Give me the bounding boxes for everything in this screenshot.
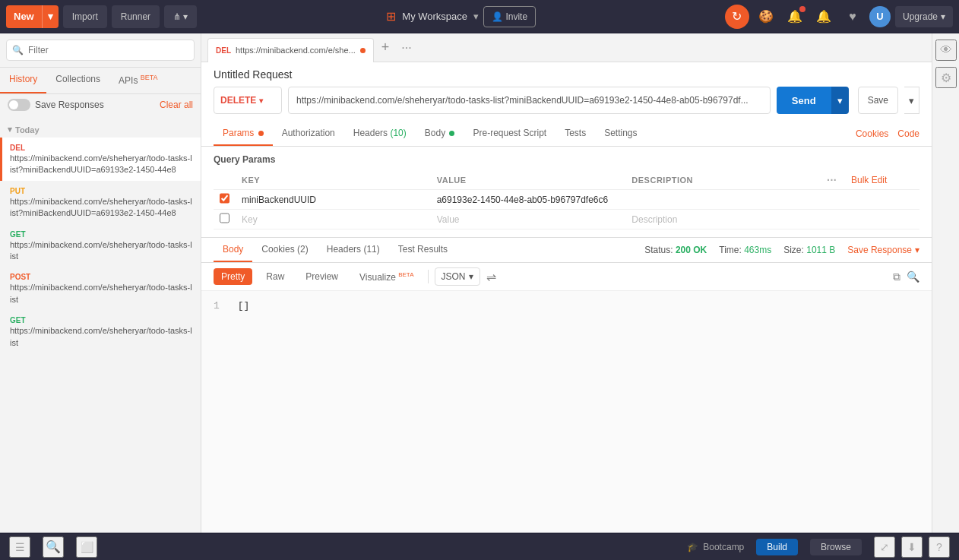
list-item[interactable]: GET https://minibackend.com/e/sheheryar/… <box>0 310 201 353</box>
tab-tests[interactable]: Tests <box>555 122 595 146</box>
query-params-section: Query Params KEY VALUE DESCRIPTION ··· B… <box>201 147 932 237</box>
empty-value-input[interactable] <box>437 214 620 225</box>
format-label: JSON <box>442 271 466 282</box>
tab-apis[interactable]: APIs BETA <box>109 68 167 93</box>
desc-input[interactable] <box>631 195 815 205</box>
sidebar-toggle-button[interactable]: ☰ <box>9 536 30 558</box>
bootcamp-button[interactable]: 🎓 Bootcamp <box>687 542 744 552</box>
workspace-area: ⊞ My Workspace ▾ <box>386 9 479 24</box>
tab-authorization[interactable]: Authorization <box>273 122 344 146</box>
expand-button[interactable]: ⤢ <box>874 536 895 558</box>
history-url: https://minibackend.com/e/sheheryar/todo… <box>10 325 193 349</box>
response-content: [] <box>238 300 250 312</box>
fork-button[interactable]: ⋔ ▾ <box>164 5 197 28</box>
save-button[interactable]: Save <box>858 87 898 114</box>
tab-headers[interactable]: Headers (10) <box>344 122 416 146</box>
upgrade-button[interactable]: Upgrade ▾ <box>895 6 953 27</box>
key-input[interactable] <box>242 195 425 205</box>
build-button[interactable]: Build <box>756 539 798 555</box>
format-select[interactable]: JSON ▾ <box>435 267 480 286</box>
method-select[interactable]: DELETE ▾ <box>214 87 282 114</box>
tab-collections[interactable]: Collections <box>46 68 109 93</box>
sidebar: 🔍 History Collections APIs BETA Save Res… <box>0 33 201 533</box>
new-button-label[interactable]: New <box>6 5 43 28</box>
clear-all-button[interactable]: Clear all <box>160 100 193 110</box>
runner-button[interactable]: Runner <box>112 5 160 28</box>
empty-desc-input[interactable] <box>631 214 815 225</box>
workspace-label[interactable]: My Workspace <box>402 11 467 22</box>
main-layout: 🔍 History Collections APIs BETA Save Res… <box>0 33 959 533</box>
modified-dot <box>360 48 366 53</box>
save-toggle-switch[interactable] <box>8 99 30 111</box>
save-response-button[interactable]: Save Response ▾ <box>847 245 919 255</box>
save-response-arrow: ▾ <box>915 245 919 255</box>
response-viewer-toolbar: Pretty Raw Preview Visualize BETA JSON ▾… <box>201 263 932 291</box>
list-item[interactable]: PUT https://minibackend.com/e/sheheryar/… <box>0 181 201 224</box>
resp-tab-headers[interactable]: Headers (11) <box>318 238 389 262</box>
sync-button[interactable]: ↻ <box>725 5 749 29</box>
new-button-arrow[interactable]: ▾ <box>43 5 59 28</box>
request-tab-active[interactable]: DEL https://minibackend.com/e/she... <box>207 38 374 62</box>
download-button[interactable]: ⬇ <box>901 536 923 558</box>
cookie-button[interactable]: 🍪 <box>754 5 778 29</box>
save-responses-toggle: Save Responses <box>8 99 104 111</box>
query-params-title: Query Params <box>214 154 919 165</box>
workspace-chevron[interactable]: ▾ <box>473 11 479 22</box>
params-more-icon[interactable]: ··· <box>827 174 837 186</box>
heart-button[interactable]: ♥ <box>840 5 865 29</box>
empty-actions-cell <box>821 210 845 229</box>
eye-button[interactable]: 👁 <box>935 40 957 61</box>
send-button[interactable]: Send <box>777 87 831 114</box>
tab-prerequest[interactable]: Pre-request Script <box>464 122 555 146</box>
value-input[interactable] <box>437 195 620 205</box>
row-extra-cell <box>845 190 919 210</box>
search-input[interactable] <box>6 40 195 61</box>
console-button[interactable]: ⬜ <box>76 536 97 558</box>
tab-params[interactable]: Params <box>214 122 273 146</box>
view-raw-button[interactable]: Raw <box>258 268 292 285</box>
request-nav-tabs: Params Authorization Headers (10) Body P… <box>201 122 932 147</box>
tab-settings[interactable]: Settings <box>595 122 646 146</box>
resp-tab-cookies[interactable]: Cookies (2) <box>252 238 317 262</box>
row-checkbox[interactable] <box>220 193 229 204</box>
bulk-edit-button[interactable]: Bulk Edit <box>851 175 887 185</box>
sidebar-content: ▾ Today DEL https://minibackend.com/e/sh… <box>0 115 201 533</box>
url-input[interactable] <box>288 87 771 114</box>
bootcamp-icon: 🎓 <box>687 542 698 552</box>
view-divider <box>428 270 429 283</box>
import-button[interactable]: Import <box>63 5 107 28</box>
resp-filter-button[interactable]: ⇌ <box>486 270 496 284</box>
list-item[interactable]: POST https://minibackend.com/e/sheheryar… <box>0 267 201 310</box>
view-visualize-button[interactable]: Visualize BETA <box>352 268 421 286</box>
resp-tab-test-results[interactable]: Test Results <box>389 238 457 262</box>
invite-button[interactable]: 👤 Invite <box>483 6 536 27</box>
copy-button[interactable]: ⧉ <box>893 271 900 283</box>
method-label: DELETE <box>220 95 256 106</box>
help-button[interactable]: ? <box>929 536 950 558</box>
send-arrow-button[interactable]: ▾ <box>831 87 849 114</box>
add-tab-button[interactable]: + <box>377 40 394 55</box>
new-button[interactable]: New ▾ <box>6 5 59 28</box>
list-item[interactable]: DEL https://minibackend.com/e/sheheryar/… <box>0 138 201 181</box>
code-link[interactable]: Code <box>897 128 919 139</box>
find-button[interactable]: 🔍 <box>43 536 64 558</box>
sidebar-tabs: History Collections APIs BETA <box>0 68 201 94</box>
bell-button[interactable]: 🔔 <box>812 5 836 29</box>
resp-tab-body[interactable]: Body <box>214 238 252 262</box>
list-item[interactable]: GET https://minibackend.com/e/sheheryar/… <box>0 224 201 267</box>
tab-body[interactable]: Body <box>416 122 464 146</box>
notification-button[interactable]: 🔔 <box>783 5 807 29</box>
empty-row-checkbox[interactable] <box>220 213 229 223</box>
tab-history[interactable]: History <box>0 68 46 93</box>
search-resp-button[interactable]: 🔍 <box>907 271 919 283</box>
view-preview-button[interactable]: Preview <box>298 268 346 285</box>
gear-button[interactable]: ⚙ <box>935 67 957 88</box>
more-tabs-button[interactable]: ··· <box>397 41 416 55</box>
cookies-link[interactable]: Cookies <box>856 128 888 139</box>
save-arrow-button[interactable]: ▾ <box>904 87 919 114</box>
empty-key-input[interactable] <box>242 214 425 225</box>
view-pretty-button[interactable]: Pretty <box>214 268 252 285</box>
avatar[interactable]: U <box>869 6 891 27</box>
tab-method: DEL <box>216 46 231 55</box>
browse-button[interactable]: Browse <box>810 539 862 555</box>
